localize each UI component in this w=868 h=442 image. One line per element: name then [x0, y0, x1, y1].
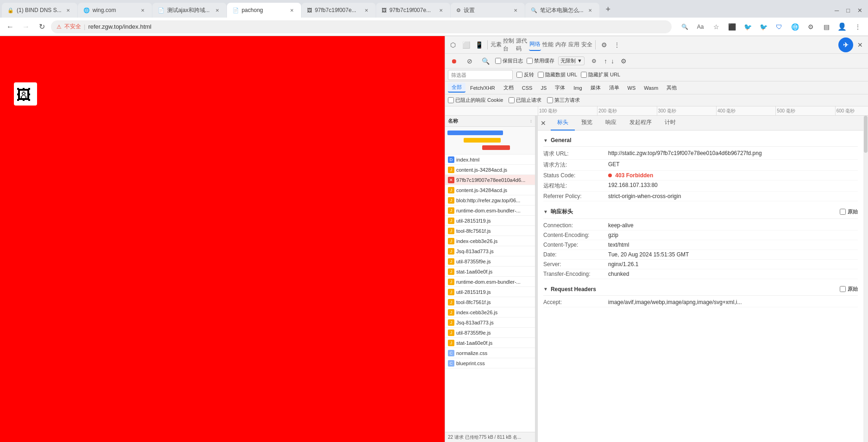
tab-response[interactable]: 响应 [599, 116, 623, 131]
ext-icon2[interactable]: 🐦 [741, 20, 754, 33]
invert-checkbox[interactable] [516, 72, 522, 78]
profile-btn[interactable]: 👤 [836, 20, 849, 33]
clear-btn[interactable]: ⊘ [464, 55, 476, 67]
type-other-btn[interactable]: 其他 [663, 83, 680, 92]
tab-settings[interactable]: ⚙ 设置 ✕ [451, 3, 525, 18]
sidebar-btn[interactable]: ▤ [820, 20, 833, 33]
third-party-label[interactable]: 第三方请求 [547, 97, 580, 104]
request-item-tool1[interactable]: J tool-8fc7561f.js [445, 226, 535, 236]
request-item-normalize[interactable]: C normalize.css [445, 348, 535, 358]
tab-img1[interactable]: 🖼 97fb7c19f007e... ✕ [302, 3, 376, 18]
raw-req-checkbox[interactable] [840, 286, 846, 292]
general-header[interactable]: ▼ General [543, 134, 858, 147]
tab-close-btn[interactable]: ✕ [64, 6, 72, 14]
tab-timing[interactable]: 计时 [658, 116, 682, 131]
tab-close-btn[interactable]: ✕ [586, 6, 594, 14]
devtools-more-btn[interactable]: ⋮ [611, 39, 623, 51]
request-item-tool2[interactable]: J tool-8fc7561f.js [445, 297, 535, 307]
type-img-btn[interactable]: Img [570, 84, 585, 92]
request-list-scroll[interactable]: D index.html J content.js-34284acd.js ✕ … [445, 127, 535, 432]
request-item-util3[interactable]: J util-28151f19.js [445, 287, 535, 297]
request-item-stat1[interactable]: J stat-1aa60e0f.js [445, 267, 535, 277]
ext-icon4[interactable]: 🛡 [773, 20, 786, 33]
request-item-97fb[interactable]: ✕ 97fb7c19f007e78ee010a4d6... [445, 175, 535, 185]
record-btn[interactable]: ⏺ [448, 55, 460, 67]
request-item-runtime2[interactable]: J runtime-dom.esm-bundler-... [445, 277, 535, 287]
filter-icon-btn[interactable]: 🔍 [479, 55, 491, 67]
preserve-log-label[interactable]: 保留日志 [495, 57, 523, 64]
tab-close-btn[interactable]: ✕ [139, 6, 146, 14]
tab-initiator[interactable]: 发起程序 [623, 116, 658, 131]
hide-ext-urls-checkbox[interactable] [581, 72, 587, 78]
hide-data-urls-checkbox[interactable] [538, 72, 544, 78]
tab-preview[interactable]: 预览 [575, 116, 599, 131]
elements-tab-btn[interactable]: 元素 [490, 39, 502, 51]
right-scrollbar[interactable] [863, 116, 868, 442]
type-media-btn[interactable]: 媒体 [587, 83, 604, 92]
request-item-util4[interactable]: J util-87355f9e.js [445, 328, 535, 338]
devtools-settings-btn[interactable]: ⚙ [598, 39, 610, 51]
blocked-cookies-checkbox[interactable] [448, 97, 454, 103]
mobile-btn[interactable]: 📱 [473, 39, 485, 51]
raw-resp-checkbox[interactable] [840, 209, 846, 215]
request-item-content-js2[interactable]: J content.js-34284acd.js [445, 185, 535, 195]
blocked-cookies-label[interactable]: 已阻止的响应 Cookie [448, 97, 503, 104]
preserve-log-checkbox[interactable] [495, 58, 501, 64]
ext-icon5[interactable]: 🌐 [788, 20, 801, 33]
forward-btn[interactable]: → [19, 20, 32, 33]
type-font-btn[interactable]: 字体 [551, 83, 569, 92]
disable-cache-label[interactable]: 禁用缓存 [527, 57, 554, 64]
request-item-util2[interactable]: J util-87355f9e.js [445, 256, 535, 267]
tab-close-btn[interactable]: ✕ [363, 6, 370, 14]
request-item-index-js2[interactable]: J index-cebb3e26.js [445, 307, 535, 317]
import-settings-btn[interactable]: ⚙ [618, 55, 630, 67]
type-manifest-btn[interactable]: 清单 [605, 83, 623, 92]
request-item-runtime1[interactable]: J runtime-dom.esm-bundler-... [445, 205, 535, 216]
tab-close-btn[interactable]: ✕ [288, 6, 296, 14]
sources-tab-btn[interactable]: 源代码 [516, 39, 528, 51]
blocked-requests-checkbox[interactable] [509, 97, 515, 103]
new-tab-button[interactable]: + [602, 3, 615, 16]
throttle-settings-btn[interactable]: ⚙ [588, 55, 600, 67]
request-item-index-js1[interactable]: J index-cebb3e26.js [445, 236, 535, 246]
reload-btn[interactable]: ↻ [35, 20, 48, 33]
network-tab-btn[interactable]: 网络 [529, 39, 541, 51]
address-input[interactable]: ⚠ 不安全 | refer.zgw.top/index.html [51, 20, 672, 33]
request-item-util1[interactable]: J util-28151f19.js [445, 216, 535, 226]
request-item-jsq1[interactable]: J Jsq-813ad773.js [445, 246, 535, 256]
filter-input[interactable] [448, 70, 513, 80]
type-css-btn[interactable]: CSS [518, 84, 536, 92]
tab-headers[interactable]: 标头 [551, 116, 575, 131]
tab-close-btn[interactable]: ✕ [214, 6, 221, 14]
type-wasm-btn[interactable]: Wasm [640, 84, 662, 92]
throttle-select[interactable]: 无限制 ▼ [558, 56, 585, 65]
hide-data-urls-label[interactable]: 隐藏数据 URL [538, 71, 577, 78]
request-item-blob[interactable]: J blob:http://refer.zgw.top/06... [445, 195, 535, 205]
ext-icon1[interactable]: ⬛ [725, 20, 738, 33]
tab-wing[interactable]: 🌐 wing.com ✕ [78, 3, 152, 18]
more-btn[interactable]: ⋮ [851, 20, 864, 33]
request-item-blueprint[interactable]: C blueprint.css [445, 358, 535, 368]
inspect-btn[interactable]: ⬜ [460, 39, 472, 51]
type-fetch-btn[interactable]: Fetch/XHR [466, 84, 499, 92]
bookmark-btn[interactable]: ☆ [710, 20, 723, 33]
back-btn[interactable]: ← [4, 20, 17, 33]
tab-test-ajax[interactable]: 📄 测试ajax和跨域... ✕ [152, 3, 226, 18]
tab-pachong[interactable]: 📄 pachong ✕ [227, 3, 301, 18]
request-item-index-html[interactable]: D index.html [445, 155, 535, 165]
tab-search[interactable]: 🔍 笔记本电脑怎么... ✕ [525, 3, 599, 18]
blocked-requests-label[interactable]: 已阻止请求 [509, 97, 541, 104]
request-item-jsq2[interactable]: J Jsq-813ad773.js [445, 317, 535, 328]
tab-close-btn[interactable]: ✕ [512, 6, 519, 14]
ext-icon3[interactable]: 🐦 [757, 20, 770, 33]
performance-tab-btn[interactable]: 性能 [542, 39, 554, 51]
security-tab-btn[interactable]: 安全 [581, 39, 593, 51]
request-item-content-js1[interactable]: J content.js-34284acd.js [445, 165, 535, 175]
maximize-btn[interactable]: □ [844, 5, 852, 16]
tab-close-btn[interactable]: ✕ [437, 6, 445, 14]
type-ws-btn[interactable]: WS [624, 84, 640, 92]
response-headers-header[interactable]: ▼ 响应标头 原始 [543, 205, 858, 219]
disable-cache-checkbox[interactable] [527, 58, 533, 64]
detail-close-btn[interactable]: ✕ [538, 118, 549, 129]
raw-resp-label[interactable]: 原始 [840, 208, 858, 215]
